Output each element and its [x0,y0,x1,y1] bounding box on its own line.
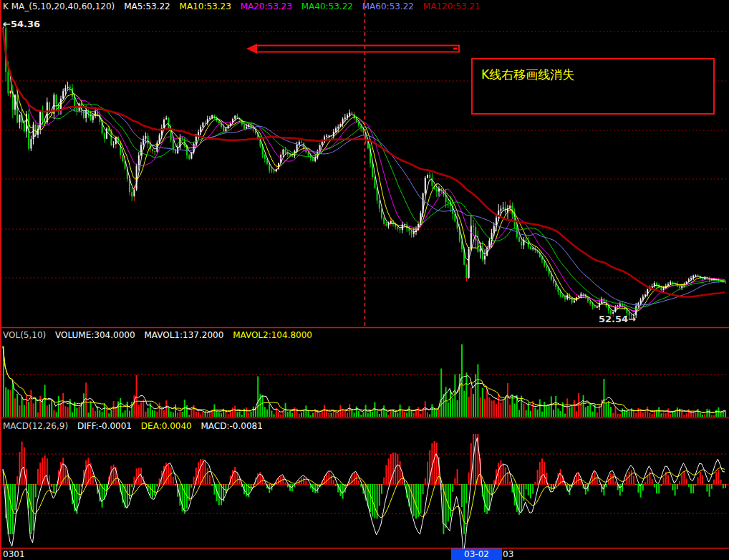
ma5-value: MA5:53.22 [124,1,170,11]
cursor-date-tag[interactable]: 03-02 21:30 [451,549,502,560]
kline-indicator-header: K MA_(5,10,20,40,60,120) MA5:53.22 MA10:… [3,1,487,11]
left-arrow-annotation[interactable] [246,44,459,54]
macd-value: MACD:-0.0081 [201,421,263,431]
kline-title: K MA_(5,10,20,40,60,120) [3,1,115,11]
ma20-value: MA20:53.23 [241,1,292,11]
axis-date-left: 0301 [3,549,25,559]
high-price-label: ←54.36 [3,19,40,29]
macd-lines [3,438,725,554]
axis-date-right: 03 [503,549,513,559]
volume-value: VOLUME:304.0000 [55,330,135,340]
mavol2-value: MAVOL2:104.8000 [233,330,312,340]
volume-indicator-header: VOL(5,10) VOLUME:304.0000 MAVOL1:137.200… [3,330,319,340]
ma60-value: MA60:53.22 [362,1,414,11]
ma120-value: MA120:53.21 [423,1,481,11]
macd-indicator-header: MACD(12,26,9) DIFF:-0.0001 DEA:0.0040 MA… [3,421,269,431]
dea-value: DEA:0.0040 [141,421,192,431]
low-price-label: 52.54→ [599,314,636,324]
ma40-value: MA40:53.22 [301,1,353,11]
mavol-lines [3,347,725,413]
volume-bars[interactable] [3,344,726,417]
trading-chart-window: K MA_(5,10,20,40,60,120) MA5:53.22 MA10:… [0,0,729,560]
macd-title: MACD(12,26,9) [3,421,68,431]
ma10-value: MA10:53.23 [180,1,231,11]
vol-title: VOL(5,10) [3,330,46,340]
annotation-text: K线右移画线消失 [481,67,713,83]
diff-value: DIFF:-0.0001 [77,421,132,431]
annotation-box[interactable]: K线右移画线消失 [471,58,715,115]
mavol1-value: MAVOL1:137.2000 [144,330,223,340]
